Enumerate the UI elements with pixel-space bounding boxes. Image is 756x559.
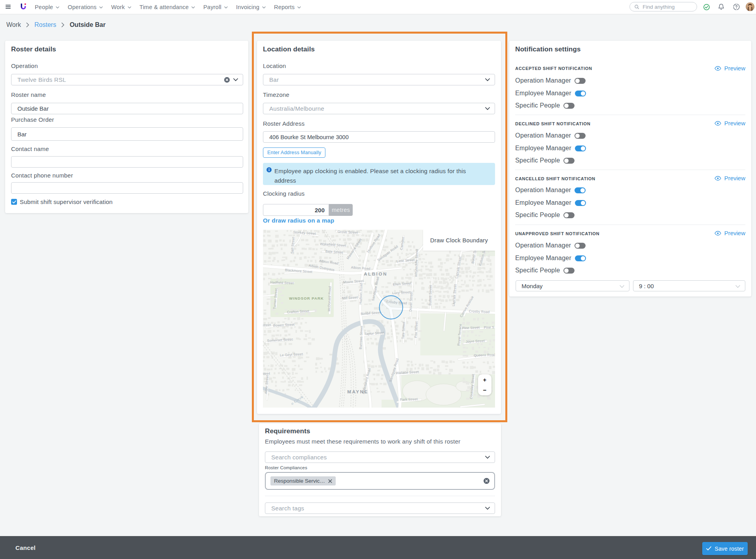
checkmark-icon xyxy=(706,546,711,551)
map-zoom-control: + − xyxy=(478,374,491,395)
notification-time-select[interactable]: 9 : 00 xyxy=(633,280,745,291)
declined-operation-manager-toggle[interactable] xyxy=(575,133,586,139)
unapproved-specific-people-toggle[interactable] xyxy=(563,268,575,274)
breadcrumb-work[interactable]: Work xyxy=(6,21,21,28)
nav-item-payroll[interactable]: Payroll xyxy=(203,4,228,10)
accepted-employee-manager-toggle[interactable] xyxy=(575,91,586,96)
enter-address-manually-button[interactable]: Enter Address Manually xyxy=(263,147,325,158)
requirements-subtitle: Employees must meet these requirements t… xyxy=(265,438,460,445)
roster-compliances-label: Roster Compliances xyxy=(265,465,307,470)
draw-clock-boundary-control[interactable]: Draw Clock Boundary xyxy=(423,230,495,251)
chevron-down-icon xyxy=(735,285,740,288)
breadcrumb-separator-icon xyxy=(61,23,64,27)
operation-select[interactable]: Twelve Birds RSL xyxy=(11,74,243,85)
nav-item-invoicing[interactable]: Invoicing xyxy=(236,4,266,10)
clock-radius-circle[interactable] xyxy=(380,296,403,319)
svg-text:Pine S: Pine S xyxy=(484,325,494,330)
nav-item-operations[interactable]: Operations xyxy=(68,4,103,10)
clocking-radius-label: Clocking radius xyxy=(263,190,305,197)
accepted-employee-manager-row: Employee Manager xyxy=(515,89,586,97)
roster-name-value: Outside Bar xyxy=(17,105,49,112)
section-divider xyxy=(515,115,745,115)
unapproved-employee-manager-row: Employee Manager xyxy=(515,254,586,262)
remove-chip-icon[interactable] xyxy=(328,479,332,483)
unapproved-employee-manager-toggle[interactable] xyxy=(575,255,586,261)
purchase-order-input[interactable]: Bar xyxy=(11,127,243,141)
help-icon[interactable] xyxy=(733,0,740,14)
cancelled-operation-manager-toggle[interactable] xyxy=(575,187,586,193)
nav-item-time-attendance[interactable]: Time & attendance xyxy=(140,4,195,10)
draw-radius-link[interactable]: Or draw radius on a map xyxy=(263,217,334,224)
roster-name-input[interactable]: Outside Bar xyxy=(11,103,243,114)
save-roster-button[interactable]: Save roster xyxy=(702,542,748,555)
hamburger-menu-icon[interactable] xyxy=(6,4,11,9)
cancel-button[interactable]: Cancel xyxy=(15,536,36,559)
cancelled-specific-people-row: Specific People xyxy=(515,211,575,219)
app-logo[interactable] xyxy=(20,3,27,11)
contact-phone-input[interactable] xyxy=(11,182,243,194)
declined-shift-preview-link[interactable]: Preview xyxy=(714,120,745,127)
cancelled-specific-people-toggle[interactable] xyxy=(563,212,575,218)
declined-specific-people-toggle[interactable] xyxy=(563,158,575,164)
svg-text:Street: Street xyxy=(263,323,271,327)
accepted-shift-preview-link[interactable]: Preview xyxy=(714,65,745,72)
search-compliances-select[interactable]: Search compliances xyxy=(265,451,495,463)
search-tags-select[interactable]: Search tags xyxy=(265,502,495,514)
operation-label: Operation xyxy=(11,62,38,69)
system-status-icon[interactable] xyxy=(703,0,710,14)
map-container[interactable]: Storkey Street Grove Street Wakefield St… xyxy=(263,230,495,408)
search-input[interactable] xyxy=(643,4,693,10)
location-label: Location xyxy=(263,62,286,69)
clocking-radius-input[interactable]: 200 xyxy=(263,204,329,216)
clear-compliances-icon[interactable] xyxy=(484,478,490,484)
declined-employee-manager-toggle[interactable] xyxy=(575,145,586,151)
requirements-card: Requirements Employees must meet these r… xyxy=(259,423,501,516)
operation-value: Twelve Birds RSL xyxy=(17,76,66,83)
notifications-bell-icon[interactable] xyxy=(718,0,724,14)
roster-compliances-box[interactable]: Responsible Servic… xyxy=(265,472,495,490)
unapproved-operation-manager-toggle[interactable] xyxy=(575,243,586,249)
notification-day-select[interactable]: Monday xyxy=(516,280,629,291)
timezone-value: Australia/Melbourne xyxy=(269,105,324,112)
search-icon xyxy=(635,4,639,9)
supervisor-verification-row: Submit shift supervisor verification xyxy=(11,198,113,205)
svg-text:Dover Street: Dover Street xyxy=(408,291,413,312)
accepted-shift-heading: ACCEPTED SHIFT NOTIFICATION xyxy=(515,66,592,71)
accepted-operation-manager-toggle[interactable] xyxy=(575,78,586,84)
compliance-chip[interactable]: Responsible Servic… xyxy=(270,476,336,485)
roster-address-input[interactable]: 406 Bourke St Melbourne 3000 xyxy=(263,131,495,143)
supervisor-verification-checkbox[interactable] xyxy=(11,199,17,205)
eye-icon xyxy=(714,176,721,181)
map-zoom-out-button[interactable]: − xyxy=(478,385,491,396)
user-avatar[interactable] xyxy=(746,2,754,11)
nav-menu: People Operations Work Time & attendance… xyxy=(35,0,301,14)
unapproved-shift-preview-link[interactable]: Preview xyxy=(714,230,745,236)
breadcrumb-rosters[interactable]: Rosters xyxy=(34,21,56,28)
contact-name-input[interactable] xyxy=(11,156,243,168)
unapproved-shift-heading: UNAPPROVED SHIFT NOTIFICATION xyxy=(515,231,599,236)
nav-item-work[interactable]: Work xyxy=(111,4,131,10)
svg-text:Pine Street: Pine Street xyxy=(462,325,480,330)
cancelled-shift-preview-link[interactable]: Preview xyxy=(714,175,745,181)
roster-address-value: 406 Bourke St Melbourne 3000 xyxy=(269,134,349,140)
location-select[interactable]: Bar xyxy=(263,74,495,85)
timezone-select[interactable]: Australia/Melbourne xyxy=(263,103,495,114)
chevron-down-icon xyxy=(224,6,228,9)
park-label-windsor: WINDSOR PARK xyxy=(289,296,324,300)
purchase-order-label: Purchase Order xyxy=(11,116,54,123)
clear-selection-icon[interactable] xyxy=(224,77,230,83)
accepted-specific-people-toggle[interactable] xyxy=(563,103,575,109)
eye-icon xyxy=(714,121,721,126)
map-zoom-in-button[interactable]: + xyxy=(478,374,491,385)
cancelled-employee-manager-row: Employee Manager xyxy=(515,199,586,207)
roster-details-title: Roster details xyxy=(11,45,56,53)
chevron-down-icon xyxy=(485,107,490,110)
declined-employee-manager-row: Employee Manager xyxy=(515,144,586,152)
clocking-info-alert: Employee app clocking is enabled. Please… xyxy=(263,163,495,185)
purchase-order-value: Bar xyxy=(17,131,26,138)
nav-item-reports[interactable]: Reports xyxy=(274,4,301,10)
global-search[interactable] xyxy=(629,2,697,11)
location-details-title: Location details xyxy=(263,45,315,53)
cancelled-employee-manager-toggle[interactable] xyxy=(575,200,586,206)
nav-item-people[interactable]: People xyxy=(35,4,59,10)
